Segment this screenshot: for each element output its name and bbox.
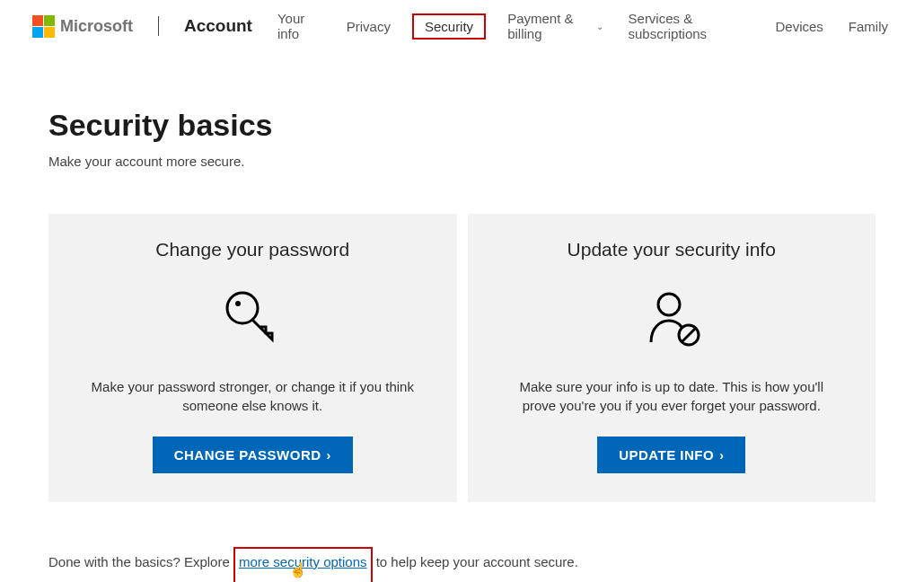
footer-prefix: Done with the basics? Explore <box>48 554 233 569</box>
svg-line-4 <box>682 328 696 342</box>
page-subtitle: Make your account more secure. <box>48 154 876 169</box>
nav-services[interactable]: Services & subscriptions <box>625 9 754 43</box>
chevron-right-icon: › <box>719 448 724 463</box>
nav-family[interactable]: Family <box>845 17 892 36</box>
footer-suffix: to help keep your account secure. <box>373 554 578 569</box>
cards-row: Change your password Make your password … <box>48 214 876 502</box>
change-password-card: Change your password Make your password … <box>48 214 457 502</box>
footer-text: Done with the basics? Explore more secur… <box>48 547 876 582</box>
change-password-button[interactable]: CHANGE PASSWORD › <box>153 436 353 473</box>
nav-security[interactable]: Security <box>412 13 486 40</box>
svg-point-1 <box>235 301 241 306</box>
nav-privacy[interactable]: Privacy <box>343 17 394 36</box>
header-divider <box>158 16 159 36</box>
chevron-right-icon: › <box>327 448 331 463</box>
svg-point-0 <box>227 293 258 323</box>
microsoft-logo-icon <box>32 15 55 38</box>
main-content: Security basics Make your account more s… <box>0 52 924 582</box>
update-info-card: Update your security info Make sure your… <box>468 214 876 502</box>
change-password-title: Change your password <box>75 239 430 260</box>
microsoft-logo[interactable]: Microsoft <box>32 15 133 38</box>
nav-devices[interactable]: Devices <box>771 17 826 36</box>
page-title: Security basics <box>48 108 876 143</box>
nav-payment-billing[interactable]: Payment & billing ⌄ <box>504 9 606 43</box>
person-blocked-icon <box>495 287 849 350</box>
update-info-button-label: UPDATE INFO <box>619 447 714 463</box>
update-info-button[interactable]: UPDATE INFO › <box>597 436 745 473</box>
microsoft-brand-text: Microsoft <box>60 17 133 36</box>
svg-point-2 <box>658 294 680 315</box>
nav-your-info[interactable]: Your info <box>274 9 325 43</box>
update-info-desc: Make sure your info is up to date. This … <box>495 377 849 415</box>
nav-payment-label: Payment & billing <box>507 11 592 41</box>
more-security-options-link[interactable]: more security options☝ <box>233 547 373 582</box>
cursor-pointer-icon: ☝ <box>289 561 307 578</box>
change-password-desc: Make your password stronger, or change i… <box>75 377 430 415</box>
update-info-title: Update your security info <box>495 239 849 260</box>
top-nav: Account Your info Privacy Security Payme… <box>184 9 892 43</box>
chevron-down-icon: ⌄ <box>596 22 603 31</box>
top-header: Microsoft Account Your info Privacy Secu… <box>0 0 924 52</box>
change-password-button-label: CHANGE PASSWORD <box>174 447 321 463</box>
nav-account[interactable]: Account <box>184 16 252 36</box>
key-icon <box>75 287 430 350</box>
